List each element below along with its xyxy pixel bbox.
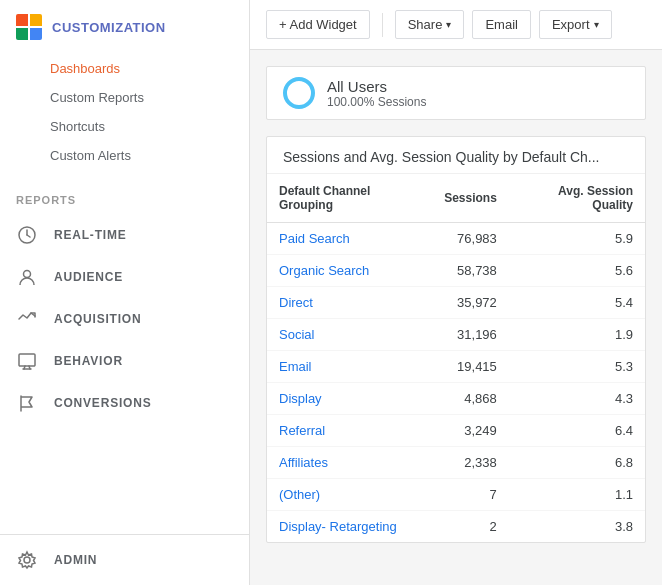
sidebar-item-dashboards[interactable]: Dashboards bbox=[0, 54, 249, 83]
cell-quality: 5.6 bbox=[509, 255, 645, 287]
segment-info: All Users 100.00% Sessions bbox=[327, 78, 426, 109]
nav-item-behavior[interactable]: BEHAVIOR bbox=[0, 340, 249, 382]
cell-sessions: 19,415 bbox=[432, 351, 509, 383]
table-row: Email19,4155.3 bbox=[267, 351, 645, 383]
audience-label: AUDIENCE bbox=[54, 270, 123, 284]
cell-channel[interactable]: Display bbox=[267, 383, 432, 415]
cell-channel[interactable]: Paid Search bbox=[267, 223, 432, 255]
share-button[interactable]: Share ▾ bbox=[395, 10, 465, 39]
cell-sessions: 7 bbox=[432, 479, 509, 511]
svg-point-9 bbox=[24, 557, 30, 563]
table-row: Social31,1961.9 bbox=[267, 319, 645, 351]
table-row: Referral3,2496.4 bbox=[267, 415, 645, 447]
clock-icon bbox=[16, 224, 38, 246]
nav-item-acquisition[interactable]: ACQUISITION bbox=[0, 298, 249, 340]
nav-item-conversions[interactable]: CONVERSIONS bbox=[0, 382, 249, 424]
cell-quality: 5.3 bbox=[509, 351, 645, 383]
cell-quality: 6.4 bbox=[509, 415, 645, 447]
cell-channel[interactable]: Affiliates bbox=[267, 447, 432, 479]
conversions-label: CONVERSIONS bbox=[54, 396, 151, 410]
svg-point-3 bbox=[24, 271, 31, 278]
cell-channel[interactable]: Email bbox=[267, 351, 432, 383]
cell-quality: 5.9 bbox=[509, 223, 645, 255]
table-row: (Other)71.1 bbox=[267, 479, 645, 511]
sidebar-footer: ADMIN bbox=[0, 534, 249, 585]
cell-channel[interactable]: Display- Retargeting bbox=[267, 511, 432, 543]
cell-channel[interactable]: Organic Search bbox=[267, 255, 432, 287]
cell-sessions: 4,868 bbox=[432, 383, 509, 415]
customization-section: Dashboards Custom Reports Shortcuts Cust… bbox=[0, 54, 249, 180]
logo-icon bbox=[16, 14, 42, 40]
cell-sessions: 76,983 bbox=[432, 223, 509, 255]
export-chevron-icon: ▾ bbox=[594, 19, 599, 30]
cell-channel[interactable]: (Other) bbox=[267, 479, 432, 511]
cell-sessions: 2 bbox=[432, 511, 509, 543]
cell-channel[interactable]: Referral bbox=[267, 415, 432, 447]
cell-sessions: 3,249 bbox=[432, 415, 509, 447]
behavior-label: BEHAVIOR bbox=[54, 354, 123, 368]
reports-section-label: Reports bbox=[0, 180, 249, 214]
sidebar-header: CUSTOMIZATION bbox=[0, 0, 249, 54]
table-row: Organic Search58,7385.6 bbox=[267, 255, 645, 287]
cell-quality: 5.4 bbox=[509, 287, 645, 319]
content-area: All Users 100.00% Sessions Sessions and … bbox=[250, 50, 662, 585]
data-card: Sessions and Avg. Session Quality by Def… bbox=[266, 136, 646, 543]
segment-name: All Users bbox=[327, 78, 426, 95]
acquisition-label: ACQUISITION bbox=[54, 312, 141, 326]
col-header-quality: Avg. Session Quality bbox=[509, 174, 645, 223]
cell-channel[interactable]: Direct bbox=[267, 287, 432, 319]
cell-quality: 4.3 bbox=[509, 383, 645, 415]
segment-bar: All Users 100.00% Sessions bbox=[266, 66, 646, 120]
export-button[interactable]: Export ▾ bbox=[539, 10, 612, 39]
col-header-channel: Default Channel Grouping bbox=[267, 174, 432, 223]
sidebar-item-custom-alerts[interactable]: Custom Alerts bbox=[0, 141, 249, 170]
table-row: Direct35,9725.4 bbox=[267, 287, 645, 319]
flag-icon bbox=[16, 392, 38, 414]
svg-rect-4 bbox=[19, 354, 35, 366]
toolbar-divider-1 bbox=[382, 13, 383, 37]
behavior-icon bbox=[16, 350, 38, 372]
toolbar: + Add Widget Share ▾ Email Export ▾ bbox=[250, 0, 662, 50]
add-widget-button[interactable]: + Add Widget bbox=[266, 10, 370, 39]
table-row: Paid Search76,9835.9 bbox=[267, 223, 645, 255]
table-row: Affiliates2,3386.8 bbox=[267, 447, 645, 479]
sidebar-item-shortcuts[interactable]: Shortcuts bbox=[0, 112, 249, 141]
col-header-sessions: Sessions bbox=[432, 174, 509, 223]
main-content: + Add Widget Share ▾ Email Export ▾ All … bbox=[250, 0, 662, 585]
cell-quality: 3.8 bbox=[509, 511, 645, 543]
data-table: Default Channel Grouping Sessions Avg. S… bbox=[267, 174, 645, 542]
gear-icon bbox=[16, 549, 38, 571]
table-header: Default Channel Grouping Sessions Avg. S… bbox=[267, 174, 645, 223]
cell-channel[interactable]: Social bbox=[267, 319, 432, 351]
sidebar-item-custom-reports[interactable]: Custom Reports bbox=[0, 83, 249, 112]
nav-item-realtime[interactable]: REAL-TIME bbox=[0, 214, 249, 256]
segment-circle bbox=[283, 77, 315, 109]
cell-quality: 1.9 bbox=[509, 319, 645, 351]
cell-sessions: 35,972 bbox=[432, 287, 509, 319]
person-icon bbox=[16, 266, 38, 288]
sidebar: CUSTOMIZATION Dashboards Custom Reports … bbox=[0, 0, 250, 585]
cell-sessions: 2,338 bbox=[432, 447, 509, 479]
nav-item-audience[interactable]: AUDIENCE bbox=[0, 256, 249, 298]
table-row: Display4,8684.3 bbox=[267, 383, 645, 415]
admin-item[interactable]: ADMIN bbox=[0, 535, 249, 585]
cell-quality: 6.8 bbox=[509, 447, 645, 479]
cell-sessions: 58,738 bbox=[432, 255, 509, 287]
table-row: Display- Retargeting23.8 bbox=[267, 511, 645, 543]
sidebar-title: CUSTOMIZATION bbox=[52, 20, 166, 35]
admin-label: ADMIN bbox=[54, 553, 97, 567]
cell-quality: 1.1 bbox=[509, 479, 645, 511]
realtime-label: REAL-TIME bbox=[54, 228, 127, 242]
cell-sessions: 31,196 bbox=[432, 319, 509, 351]
table-body: Paid Search76,9835.9Organic Search58,738… bbox=[267, 223, 645, 543]
share-chevron-icon: ▾ bbox=[446, 19, 451, 30]
segment-sub: 100.00% Sessions bbox=[327, 95, 426, 109]
email-button[interactable]: Email bbox=[472, 10, 531, 39]
acquisition-icon bbox=[16, 308, 38, 330]
svg-line-2 bbox=[27, 235, 30, 237]
card-title: Sessions and Avg. Session Quality by Def… bbox=[267, 137, 645, 174]
